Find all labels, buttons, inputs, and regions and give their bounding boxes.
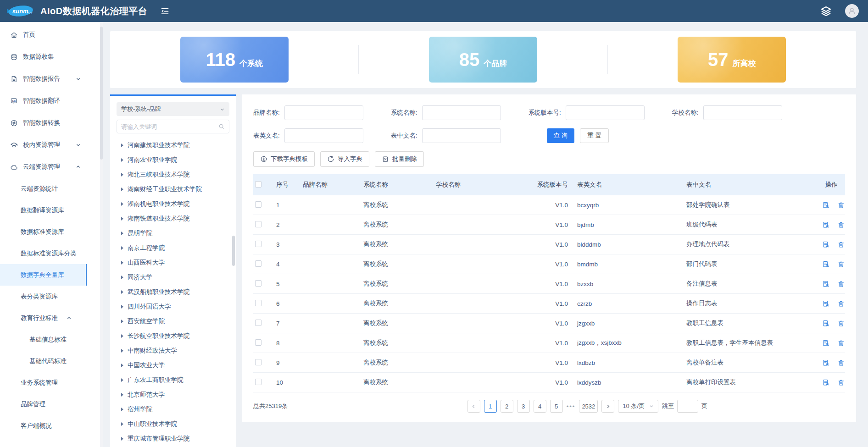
caret-right-icon[interactable] bbox=[121, 173, 123, 177]
caret-right-icon[interactable] bbox=[121, 305, 123, 309]
pager-ellipsis[interactable]: ••• bbox=[567, 403, 576, 410]
import-dictionary-button[interactable]: 导入字典 bbox=[320, 151, 369, 167]
tree-item[interactable]: 昆明学院 bbox=[117, 226, 229, 241]
batch-delete-button[interactable]: 批量删除 bbox=[375, 151, 424, 167]
tree-item[interactable]: 中国农业大学 bbox=[117, 358, 229, 373]
school-name-input[interactable] bbox=[703, 105, 782, 120]
trash-icon[interactable] bbox=[837, 201, 845, 209]
table-cn-name-input[interactable] bbox=[422, 128, 501, 143]
system-name-input[interactable] bbox=[422, 105, 501, 120]
page-button-last[interactable]: 2532 bbox=[579, 400, 598, 413]
tree-scrollbar-thumb[interactable] bbox=[232, 236, 235, 266]
row-checkbox[interactable] bbox=[255, 379, 262, 385]
row-checkbox[interactable] bbox=[255, 359, 262, 365]
trash-icon[interactable] bbox=[837, 300, 845, 308]
view-detail-icon[interactable] bbox=[822, 359, 830, 367]
tree-mode-select[interactable]: 学校-系统-品牌 bbox=[117, 102, 229, 116]
tree-item[interactable]: 北京师范大学 bbox=[117, 387, 229, 402]
tree-item[interactable]: 武汉船舶职业技术学院 bbox=[117, 285, 229, 299]
sidebar-item-brand-mgmt[interactable]: 品牌管理 bbox=[0, 393, 87, 415]
sidebar-item-standard-repo[interactable]: 数据标准资源库 bbox=[0, 221, 87, 243]
tree-item[interactable]: 湖南铁道职业技术学院 bbox=[117, 211, 229, 226]
view-detail-icon[interactable] bbox=[822, 260, 830, 268]
brand-name-input[interactable] bbox=[284, 105, 363, 120]
tree-item[interactable]: 同济大学 bbox=[117, 270, 229, 285]
sidebar-item-client-overview[interactable]: 客户端概况 bbox=[0, 415, 87, 436]
caret-right-icon[interactable] bbox=[121, 364, 123, 367]
tree-item[interactable]: 中南财经政法大学 bbox=[117, 343, 229, 358]
download-template-button[interactable]: 下载字典模板 bbox=[253, 151, 315, 167]
sidebar-item-basic-code-standard[interactable]: 基础代码标准 bbox=[0, 350, 87, 372]
jump-page-input[interactable] bbox=[677, 400, 698, 413]
page-button-2[interactable]: 2 bbox=[501, 400, 513, 413]
tree-item[interactable]: 湖南机电职业技术学院 bbox=[117, 197, 229, 211]
page-button-1[interactable]: 1 bbox=[484, 400, 497, 413]
page-size-select[interactable]: 10 条/页 bbox=[618, 400, 658, 413]
caret-right-icon[interactable] bbox=[121, 334, 123, 338]
row-checkbox[interactable] bbox=[255, 221, 262, 227]
row-checkbox[interactable] bbox=[255, 260, 262, 267]
sidebar-item-data-translate[interactable]: En 智能数据翻译 bbox=[0, 90, 87, 112]
sidebar-collapse-icon[interactable] bbox=[160, 6, 170, 16]
view-detail-icon[interactable] bbox=[822, 280, 830, 288]
tree-search-input[interactable] bbox=[121, 123, 218, 130]
sidebar-item-campus-resources[interactable]: 校内资源管理 bbox=[0, 134, 87, 156]
search-button[interactable]: 查 询 bbox=[547, 128, 575, 143]
tree-item[interactable]: 中山职业技术学院 bbox=[117, 417, 229, 431]
layers-icon[interactable] bbox=[820, 5, 832, 17]
sidebar-item-basic-info-standard[interactable]: 基础信息标准 bbox=[0, 329, 87, 350]
tree-item[interactable]: 山西医科大学 bbox=[117, 255, 229, 270]
sidebar-item-edu-industry-standard[interactable]: 教育行业标准 bbox=[0, 307, 87, 329]
caret-right-icon[interactable] bbox=[121, 437, 123, 441]
page-button-5[interactable]: 5 bbox=[550, 400, 563, 413]
sidebar-item-data-source[interactable]: 数据源收集 bbox=[0, 46, 87, 68]
search-icon[interactable] bbox=[218, 123, 225, 130]
caret-right-icon[interactable] bbox=[121, 217, 123, 221]
tree-item[interactable]: 湖北三峡职业技术学院 bbox=[117, 167, 229, 182]
caret-right-icon[interactable] bbox=[121, 393, 123, 397]
caret-right-icon[interactable] bbox=[121, 422, 123, 426]
page-button-4[interactable]: 4 bbox=[534, 400, 546, 413]
sidebar-item-cloud-resources[interactable]: 云端资源管理 bbox=[0, 156, 87, 178]
caret-right-icon[interactable] bbox=[121, 408, 123, 411]
sidebar-item-table-category-repo[interactable]: 表分类资源库 bbox=[0, 286, 87, 307]
caret-right-icon[interactable] bbox=[121, 290, 123, 294]
user-avatar[interactable] bbox=[845, 4, 859, 18]
select-all-checkbox[interactable] bbox=[255, 181, 262, 188]
row-checkbox[interactable] bbox=[255, 339, 262, 346]
tree-item[interactable]: 南京工程学院 bbox=[117, 241, 229, 255]
tree-item[interactable]: 湖南财经工业职业技术学院 bbox=[117, 182, 229, 197]
sidebar-item-dictionary-full-repo[interactable]: 数据字典全量库 bbox=[0, 264, 87, 286]
sidebar-scrollbar-thumb[interactable] bbox=[100, 27, 103, 160]
system-version-input[interactable] bbox=[566, 105, 645, 120]
caret-right-icon[interactable] bbox=[121, 158, 123, 162]
table-en-name-input[interactable] bbox=[284, 128, 363, 143]
view-detail-icon[interactable] bbox=[822, 320, 830, 327]
tree-item[interactable]: 四川外国语大学 bbox=[117, 299, 229, 314]
trash-icon[interactable] bbox=[837, 260, 845, 268]
sidebar-item-data-convert[interactable]: 智能数据转换 bbox=[0, 112, 87, 134]
caret-right-icon[interactable] bbox=[121, 143, 123, 147]
caret-right-icon[interactable] bbox=[121, 232, 123, 235]
caret-right-icon[interactable] bbox=[121, 202, 123, 206]
sidebar-item-business-system-mgmt[interactable]: 业务系统管理 bbox=[0, 372, 87, 393]
tree-item[interactable]: 河南建筑职业技术学院 bbox=[117, 138, 229, 153]
view-detail-icon[interactable] bbox=[822, 241, 830, 248]
caret-right-icon[interactable] bbox=[121, 188, 123, 191]
caret-right-icon[interactable] bbox=[121, 378, 123, 382]
caret-right-icon[interactable] bbox=[121, 349, 123, 353]
trash-icon[interactable] bbox=[837, 221, 845, 229]
sidebar-item-home[interactable]: 首页 bbox=[0, 24, 87, 46]
reset-button[interactable]: 重 置 bbox=[580, 128, 609, 143]
view-detail-icon[interactable] bbox=[822, 339, 830, 347]
caret-right-icon[interactable] bbox=[121, 261, 123, 265]
view-detail-icon[interactable] bbox=[822, 201, 830, 209]
trash-icon[interactable] bbox=[837, 241, 845, 248]
trash-icon[interactable] bbox=[837, 339, 845, 347]
row-checkbox[interactable] bbox=[255, 320, 262, 326]
trash-icon[interactable] bbox=[837, 379, 845, 386]
sidebar-item-data-report[interactable]: 智能数据报告 bbox=[0, 68, 87, 90]
page-button-3[interactable]: 3 bbox=[517, 400, 530, 413]
caret-right-icon[interactable] bbox=[121, 246, 123, 250]
tree-item[interactable]: 广东农工商职业学院 bbox=[117, 373, 229, 387]
